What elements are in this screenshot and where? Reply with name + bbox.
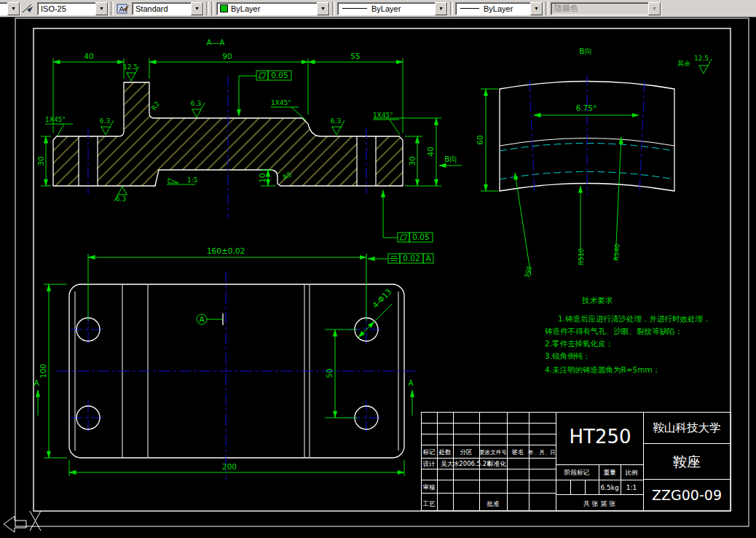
dim-30-left: 30: [36, 156, 45, 165]
tb-row-approve: 批准: [487, 500, 500, 507]
linetype-combo[interactable]: ByLayer ▼: [337, 2, 448, 15]
dim-style-value: ISO-25: [41, 4, 95, 13]
tb-drawing-no: ZZG00-09: [652, 487, 722, 503]
linetype-value: ByLayer: [371, 4, 435, 13]
dim-100: 100: [39, 364, 47, 378]
b-view-title: B向: [579, 47, 592, 55]
linetype-glyph: [342, 8, 367, 9]
tb-material: HT250: [569, 426, 631, 448]
tb-col-mark: 标记: [423, 448, 436, 456]
tb-col-zone: 分区: [460, 448, 473, 456]
dim-style-icon[interactable]: [20, 2, 35, 15]
chevron-down-icon[interactable]: ▼: [7, 2, 20, 15]
tb-sheet-info: 共 张 第 张: [583, 500, 616, 507]
chamfer-label-1: 1X45°: [45, 116, 66, 123]
dim-40-right: 40: [426, 147, 435, 156]
plot-style-combo: 随颜色 ▼: [551, 2, 661, 15]
rough-63-label-2: 6.3: [191, 100, 201, 107]
rough-125-label: 12.5: [123, 63, 138, 71]
text-style-value: Standard: [135, 4, 191, 13]
datum-a-label: A: [199, 315, 205, 324]
tech-req-line2: 铸造件不得有气孔、沙眼、裂纹等缺陷；: [545, 327, 682, 335]
lineweight-combo[interactable]: ByLayer ▼: [455, 2, 543, 15]
color-value: ByLayer: [231, 4, 317, 13]
toolbar-separator: [211, 1, 214, 15]
color-swatch: [220, 4, 228, 12]
lineweight-glyph: [460, 8, 479, 9]
section-arrow-label-left: A: [34, 378, 39, 387]
tb-col-count: 处数: [439, 448, 452, 456]
dim-style-combo[interactable]: ISO-25 ▼: [37, 2, 109, 15]
tb-scale-label: 比例: [626, 469, 638, 476]
tb-row-process: 工艺: [422, 500, 436, 507]
dim-r510: R510: [578, 248, 585, 265]
toolbar-separator: [332, 1, 335, 15]
chevron-down-icon[interactable]: ▼: [317, 2, 329, 15]
tb-col-date: 年、月、日: [527, 449, 556, 456]
tech-req-line5: 4.未注明的铸造圆角为R=5mm；: [545, 365, 660, 374]
dim-50: 50: [325, 368, 334, 378]
tb-company: 鞍山科技大学: [653, 421, 721, 434]
section-title: A—A: [207, 38, 226, 47]
dim-160: 160±0,02: [207, 246, 245, 255]
dim-10: 10: [258, 173, 267, 182]
chevron-down-icon: ▼: [648, 2, 661, 15]
color-combo[interactable]: ByLayer ▼: [216, 2, 330, 15]
text-style-combo[interactable]: Standard ▼: [132, 2, 204, 15]
app-window: A—A: [0, 0, 756, 538]
tb-row-design: 设计: [423, 460, 436, 467]
flatness-value-top: 0.05: [271, 71, 288, 79]
b-direction-label: B向: [444, 155, 457, 163]
tb-designer: 吴大水: [441, 460, 460, 467]
dim-40: 40: [84, 52, 93, 61]
tb-row-std: 标准化: [487, 460, 506, 467]
chevron-down-icon[interactable]: ▼: [530, 2, 543, 15]
symmetry-value: 0.02: [403, 254, 420, 262]
dim-55: 55: [350, 52, 360, 61]
partial-combo[interactable]: ▼: [0, 2, 20, 15]
toolbar-separator: [111, 1, 114, 15]
chamfer-label-3: 1X45°: [373, 112, 393, 119]
toolbar-separator: [206, 1, 209, 15]
other-surfaces-label: 其余: [677, 60, 690, 67]
tb-scale: 1:1: [626, 484, 637, 491]
properties-toolbar: ▼ ISO-25 ▼ Standard ▼ ByLayer ▼ ByLayer …: [0, 0, 756, 17]
tb-stage-mark: 阶段标记: [564, 469, 590, 476]
chevron-down-icon[interactable]: ▼: [191, 2, 203, 15]
dim-30-right: 30: [408, 156, 417, 165]
plot-style-value: 随颜色: [554, 3, 648, 14]
rough-63-label-3: 6.3: [331, 117, 341, 125]
lineweight-value: ByLayer: [484, 4, 530, 13]
tech-req-line1: 1.铸造后应进行清沙处理，并进行时效处理，: [558, 314, 711, 323]
tech-req-title: 技术要求: [582, 296, 613, 305]
taper-label: 1:5: [187, 176, 197, 184]
tb-col-doc: 更改文件号: [479, 449, 507, 456]
tb-row-check: 审核: [423, 483, 436, 491]
dim-200: 200: [222, 462, 237, 471]
tech-req-line4: 3.锐角倒钝；: [545, 351, 591, 360]
tech-req-line3: 2.零件去掉氧化皮；: [545, 339, 613, 348]
chamfer-label-2: 1X45°: [271, 99, 291, 106]
rough-63-label-1: 6.3: [100, 117, 110, 125]
chevron-down-icon[interactable]: ▼: [95, 2, 108, 15]
drawing-canvas: A—A: [0, 0, 756, 538]
tb-design-date: 2006.5.28: [459, 460, 490, 467]
dim-angle: 6.75°: [576, 104, 597, 112]
dim-r540: R540: [613, 243, 621, 261]
flatness-value-bottom: 0.05: [412, 233, 429, 241]
dim-60: 60: [476, 135, 484, 144]
tb-weight-label: 重量: [604, 469, 617, 476]
other-rough-value: 12.5: [694, 55, 709, 62]
symmetry-datum: A: [425, 254, 431, 262]
chevron-down-icon[interactable]: ▼: [435, 2, 447, 15]
tb-col-sign: 签名: [512, 448, 524, 456]
section-arrow-label-right: A: [408, 378, 414, 387]
toolbar-separator: [546, 1, 548, 15]
text-style-icon[interactable]: [116, 2, 130, 15]
tb-weight: 6.5kg: [600, 484, 618, 491]
toolbar-separator: [450, 1, 453, 15]
tb-part-name: 鞍座: [673, 453, 701, 469]
dim-90: 90: [222, 52, 232, 61]
rough-63-label-4: 6.3: [116, 195, 126, 203]
